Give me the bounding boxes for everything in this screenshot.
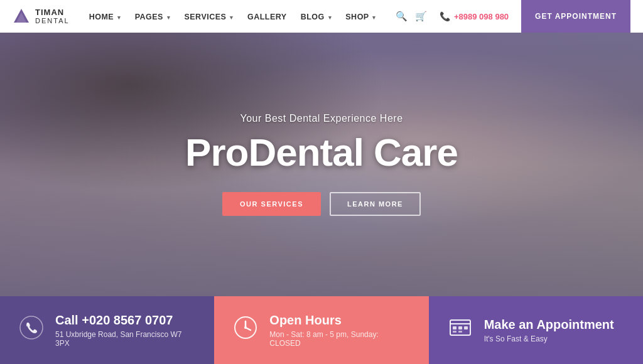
- navbar: TIMAN DENTAL HOME ▾ PAGES ▾ SERVICES ▾ G…: [0, 0, 643, 33]
- logo-icon: [13, 8, 30, 25]
- nav-home[interactable]: HOME ▾: [89, 11, 121, 22]
- nav-links: HOME ▾ PAGES ▾ SERVICES ▾ GALLERY BLOG ▾…: [89, 11, 376, 22]
- svg-point-6: [244, 326, 247, 329]
- nav-pages[interactable]: PAGES ▾: [135, 11, 171, 22]
- nav-right: 🔍 🛒 📞 +8989 098 980 GET APPOINTMENT: [396, 0, 630, 33]
- footer-strips: Call +020 8567 0707 51 Uxbridge Road, Sa…: [0, 296, 643, 364]
- appointment-title: Make an Appointment: [484, 318, 614, 332]
- hero-buttons: OUR SERVICES LEARN MORE: [185, 192, 458, 216]
- hero-subtitle: Your Best Dental Experience Here: [185, 113, 458, 124]
- phone-area[interactable]: 📞 +8989 098 980: [427, 11, 521, 21]
- call-strip: Call +020 8567 0707 51 Uxbridge Road, Sa…: [0, 296, 214, 364]
- appointment-text: Make an Appointment It's So Fast & Easy: [484, 318, 614, 343]
- hours-title: Open Hours: [269, 313, 409, 328]
- svg-rect-11: [464, 326, 468, 329]
- hero-section: Your Best Dental Experience Here ProDent…: [0, 33, 643, 296]
- learn-more-button[interactable]: LEARN MORE: [330, 192, 421, 216]
- nav-shop[interactable]: SHOP ▾: [345, 11, 376, 22]
- appointment-subtitle: It's So Fast & Easy: [484, 335, 614, 343]
- appointment-icon: [448, 315, 473, 345]
- our-services-button[interactable]: OUR SERVICES: [222, 192, 321, 216]
- get-appointment-button[interactable]: GET APPOINTMENT: [521, 0, 630, 33]
- hours-text: Open Hours Mon - Sat: 8 am - 5 pm, Sunda…: [269, 313, 409, 348]
- call-title: Call +020 8567 0707: [55, 313, 195, 328]
- logo[interactable]: TIMAN DENTAL: [13, 8, 70, 25]
- svg-rect-9: [453, 326, 457, 329]
- phone-number: +8989 098 980: [454, 12, 509, 21]
- cart-icon[interactable]: 🛒: [415, 11, 427, 22]
- brand-name-top: TIMAN: [35, 8, 70, 17]
- call-text: Call +020 8567 0707 51 Uxbridge Road, Sa…: [55, 313, 195, 348]
- call-subtitle: 51 Uxbridge Road, San Francisco W7 3PX: [55, 330, 195, 348]
- hero-content: Your Best Dental Experience Here ProDent…: [160, 113, 483, 215]
- appointment-strip: Make an Appointment It's So Fast & Easy: [429, 296, 643, 364]
- svg-rect-12: [453, 331, 457, 333]
- hero-title: ProDental Care: [185, 132, 458, 173]
- clock-icon: [233, 315, 258, 345]
- call-icon: [19, 315, 44, 345]
- nav-blog[interactable]: BLOG ▾: [301, 11, 332, 22]
- hours-strip: Open Hours Mon - Sat: 8 am - 5 pm, Sunda…: [214, 296, 428, 364]
- phone-icon: 📞: [440, 11, 450, 21]
- nav-gallery[interactable]: GALLERY: [247, 11, 287, 22]
- hours-subtitle: Mon - Sat: 8 am - 5 pm, Sunday: CLOSED: [269, 330, 409, 348]
- brand-name-bottom: DENTAL: [35, 17, 70, 24]
- search-icon[interactable]: 🔍: [396, 11, 408, 22]
- svg-rect-13: [458, 331, 462, 333]
- nav-icons: 🔍 🛒: [396, 11, 427, 22]
- svg-rect-10: [458, 326, 462, 329]
- nav-services[interactable]: SERVICES ▾: [184, 11, 233, 22]
- svg-point-2: [20, 316, 43, 339]
